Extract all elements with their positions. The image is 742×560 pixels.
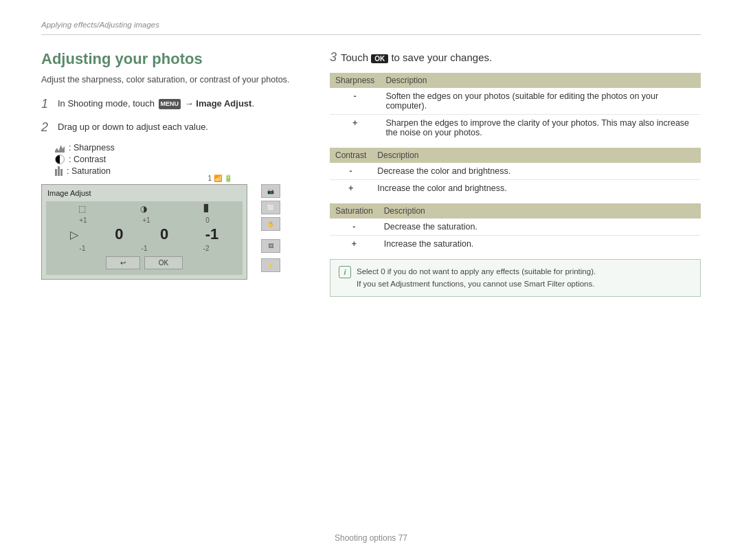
camera-ui-wrapper: Image Adjust ⬚ ◑ ▐▌ +1 +1 0: [41, 184, 254, 280]
saturation-label: : Saturation: [67, 166, 111, 176]
sharpness-col-header: Sharpness: [330, 73, 380, 88]
sharp-plus1: +1: [79, 216, 87, 224]
camera-values-row: +1 +1 0: [52, 216, 237, 224]
contrast-icon: [55, 155, 65, 164]
right-column: 3 Touch OK to save your changes. Sharpne…: [330, 50, 701, 297]
sharpness-row-minus: - Soften the edges on your photos (suita…: [330, 88, 701, 115]
cont-val: 0: [160, 225, 168, 243]
menu-key: MENU: [159, 99, 181, 110]
saturation-row-plus: + Increase the saturation.: [330, 236, 701, 253]
side-icon-2: ⬜: [261, 201, 280, 214]
side-icon-5: ⚡: [261, 258, 280, 272]
note-2: If you set Adjustment functions, you can…: [357, 278, 596, 290]
saturation-row-minus: - Decrease the saturation.: [330, 219, 701, 236]
camera-main-row: ▷ 0 0 -1: [52, 225, 237, 243]
camera-header: Image Adjust: [46, 189, 243, 197]
sharp-sub: -1: [80, 245, 86, 252]
sharpness-minus-desc: Soften the edges on your photos (suitabl…: [380, 88, 701, 115]
contrast-plus-symbol: +: [330, 180, 372, 197]
bullet-sharpness: : Sharpness: [55, 143, 302, 153]
bullet-contrast: : Contrast: [55, 155, 302, 164]
content-row: Adjusting your photos Adjust the sharpne…: [41, 50, 701, 297]
contrast-table: Contrast Description - Decrease the colo…: [330, 148, 701, 197]
contrast-label: : Contrast: [69, 155, 106, 164]
step-3-number: 3: [330, 50, 337, 65]
camera-icons-row: ⬚ ◑ ▐▌: [52, 204, 237, 214]
saturation-plus-symbol: +: [330, 236, 379, 253]
note-text: Select 0 if you do not want to apply any…: [357, 265, 596, 291]
sat-zero: 0: [205, 216, 210, 224]
battery-icon: 🔋: [224, 175, 232, 182]
step-1: 1 In Shooting mode, touch MENU → Image A…: [41, 97, 302, 112]
sharpness-plus-desc: Sharpen the edges to improve the clarity…: [380, 115, 701, 142]
page-title: Adjusting your photos: [41, 50, 302, 68]
note-1: Select 0 if you do not want to apply any…: [357, 265, 596, 278]
left-column: Adjusting your photos Adjust the sharpne…: [41, 50, 302, 280]
step-1-number: 1: [41, 97, 52, 112]
signal-icon: 📶: [214, 175, 222, 182]
step-3-text: Touch OK to save your changes.: [341, 52, 492, 63]
page-footer: Shooting options 77: [0, 533, 742, 543]
saturation-plus-desc: Increase the saturation.: [379, 236, 701, 253]
contrast-desc-header: Description: [372, 148, 701, 163]
side-icon-3: 🖐: [261, 217, 280, 231]
side-icon-4: 🖼: [261, 239, 280, 253]
ok-key: OK: [371, 54, 388, 63]
camera-ui: Image Adjust ⬚ ◑ ▐▌ +1 +1 0: [41, 184, 247, 280]
top-badge: 1 📶 🔋: [207, 175, 232, 182]
note-box: i Select 0 if you do not want to apply a…: [330, 259, 701, 297]
page-container: Applying effects/Adjusting images Adjust…: [0, 0, 742, 560]
saturation-icon: [55, 166, 63, 176]
step-3-header: 3 Touch OK to save your changes.: [330, 50, 701, 65]
sharpness-cam-icon: ⬚: [78, 204, 86, 214]
sharpness-row-plus: + Sharpen the edges to improve the clari…: [330, 115, 701, 142]
contrast-col-header: Contrast: [330, 148, 372, 163]
sat-val: -1: [205, 225, 219, 243]
cont-sub: -1: [142, 245, 148, 252]
sharpness-table: Sharpness Description - Soften the edges…: [330, 73, 701, 141]
sharpness-icon: [55, 143, 65, 153]
sharpness-label: : Sharpness: [69, 143, 115, 153]
contrast-row-plus: + Increase the color and brightness.: [330, 180, 701, 197]
contrast-cam-icon: ◑: [140, 204, 147, 214]
intro-text: Adjust the sharpness, color saturation, …: [41, 75, 302, 85]
contrast-row-minus: - Decrease the color and brightness.: [330, 163, 701, 180]
saturation-table: Saturation Description - Decrease the sa…: [330, 203, 701, 252]
photo-count: 1: [207, 175, 212, 182]
sharpness-desc-header: Description: [380, 73, 701, 88]
side-icon-1: 📷: [261, 184, 280, 198]
camera-sub-row: -1 -1 -2: [52, 245, 237, 252]
note-icon: i: [339, 266, 351, 278]
sharp-val: 0: [115, 225, 123, 243]
left-arrow: ▷: [70, 228, 78, 241]
saturation-minus-desc: Decrease the saturation.: [379, 219, 701, 236]
step-2-text: Drag up or down to adjust each value.: [58, 120, 208, 134]
step-2: 2 Drag up or down to adjust each value.: [41, 120, 302, 135]
saturation-minus-symbol: -: [330, 219, 379, 236]
cont-plus1: +1: [142, 216, 150, 224]
ok-button[interactable]: OK: [144, 256, 183, 269]
camera-btn-row: ↩ OK: [52, 256, 237, 269]
saturation-cam-icon: ▐▌: [201, 204, 210, 214]
contrast-minus-symbol: -: [330, 163, 372, 180]
step-2-number: 2: [41, 120, 52, 135]
breadcrumb: Applying effects/Adjusting images: [41, 21, 701, 35]
contrast-minus-desc: Decrease the color and brightness.: [372, 163, 701, 180]
camera-body: ⬚ ◑ ▐▌ +1 +1 0 ▷ 0 0 -: [46, 201, 243, 275]
bullet-saturation: : Saturation: [55, 166, 302, 176]
bullet-list: : Sharpness : Contrast : Saturation: [55, 143, 302, 176]
saturation-desc-header: Description: [379, 203, 701, 219]
sat-sub: -2: [203, 245, 210, 252]
sharpness-plus-symbol: +: [330, 115, 380, 142]
back-button[interactable]: ↩: [106, 256, 140, 269]
contrast-plus-desc: Increase the color and brightness.: [372, 180, 701, 197]
step-1-text: In Shooting mode, touch MENU → Image Adj…: [58, 97, 254, 111]
camera-side-icons: 📷 ⬜ 🖐 🖼 ⚡: [261, 184, 280, 272]
sharpness-minus-symbol: -: [330, 88, 380, 115]
saturation-col-header: Saturation: [330, 203, 379, 219]
